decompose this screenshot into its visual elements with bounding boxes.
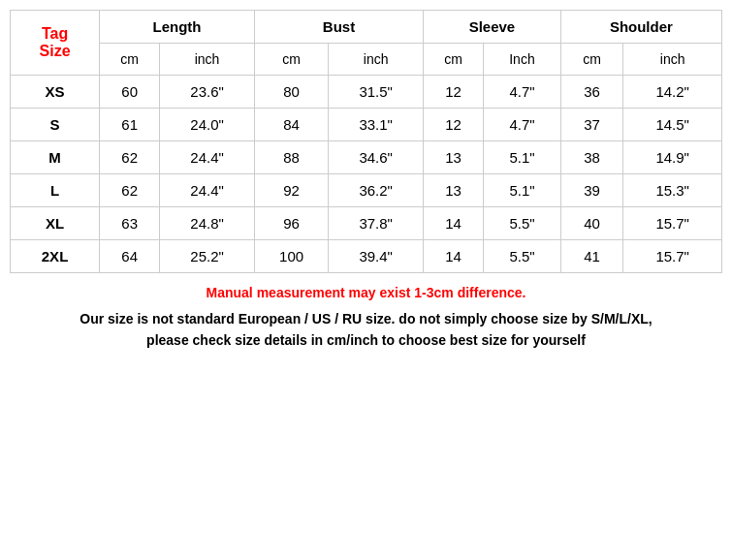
data-cell: 41 [560,240,623,273]
data-cell: 80 [254,76,328,109]
bust-header: Bust [254,11,423,44]
size-table: Tag Size Length Bust Sleeve Shoulder cm … [10,10,722,273]
data-cell: 24.4" [160,174,255,207]
table-row: XL6324.8"9637.8"145.5"4015.7" [11,207,722,240]
data-cell: 5.5" [484,207,561,240]
measurement-note: Manual measurement may exist 1-3cm diffe… [10,285,722,300]
data-cell: 5.1" [484,174,561,207]
data-cell: 13 [424,141,484,174]
data-cell: 4.7" [484,76,561,109]
size-value: M [11,141,100,174]
data-cell: 40 [560,207,623,240]
data-cell: 14.9" [623,141,722,174]
data-cell: 61 [100,109,160,141]
data-cell: 15.7" [623,240,722,273]
data-cell: 33.1" [329,109,424,141]
data-cell: 31.5" [329,76,424,109]
data-cell: 60 [100,76,160,109]
data-cell: 24.0" [160,109,255,141]
data-cell: 14 [424,240,484,273]
data-cell: 64 [100,240,160,273]
data-cell: 12 [424,109,484,141]
length-header: Length [100,11,255,44]
bust-cm-header: cm [254,44,328,76]
shoulder-inch-header: inch [623,44,722,76]
data-cell: 100 [254,240,328,273]
data-cell: 15.7" [623,207,722,240]
data-cell: 39 [560,174,623,207]
data-cell: 14 [424,207,484,240]
bust-inch-header: inch [329,44,424,76]
shoulder-header: Shoulder [560,11,721,44]
data-cell: 24.8" [160,207,255,240]
sleeve-inch-header: Inch [484,44,561,76]
size-value: 2XL [11,240,100,273]
table-row: XS6023.6"8031.5"124.7"3614.2" [11,76,722,109]
size-note: Our size is not standard European / US /… [10,308,722,352]
data-cell: 62 [100,174,160,207]
data-cell: 24.4" [160,141,255,174]
table-row: L6224.4"9236.2"135.1"3915.3" [11,174,722,207]
data-cell: 36 [560,76,623,109]
size-value: XS [11,76,100,109]
data-cell: 36.2" [329,174,424,207]
data-cell: 39.4" [329,240,424,273]
sleeve-header: Sleeve [424,11,561,44]
data-cell: 37 [560,109,623,141]
data-cell: 38 [560,141,623,174]
data-cell: 15.3" [623,174,722,207]
data-cell: 84 [254,109,328,141]
size-chart: Tag Size Length Bust Sleeve Shoulder cm … [10,10,722,352]
data-cell: 88 [254,141,328,174]
size-value: XL [11,207,100,240]
data-cell: 14.5" [623,109,722,141]
data-cell: 96 [254,207,328,240]
table-row: M6224.4"8834.6"135.1"3814.9" [11,141,722,174]
sleeve-cm-header: cm [424,44,484,76]
data-cell: 34.6" [329,141,424,174]
data-cell: 4.7" [484,109,561,141]
data-cell: 23.6" [160,76,255,109]
data-cell: 5.5" [484,240,561,273]
length-inch-header: inch [160,44,255,76]
table-row: S6124.0"8433.1"124.7"3714.5" [11,109,722,141]
tag-size-header: Tag Size [11,11,100,76]
size-value: S [11,109,100,141]
data-cell: 37.8" [329,207,424,240]
data-cell: 92 [254,174,328,207]
data-cell: 14.2" [623,76,722,109]
size-value: L [11,174,100,207]
table-row: 2XL6425.2"10039.4"145.5"4115.7" [11,240,722,273]
data-cell: 62 [100,141,160,174]
data-cell: 25.2" [160,240,255,273]
shoulder-cm-header: cm [560,44,623,76]
length-cm-header: cm [100,44,160,76]
data-cell: 12 [424,76,484,109]
data-cell: 5.1" [484,141,561,174]
data-cell: 13 [424,174,484,207]
data-cell: 63 [100,207,160,240]
